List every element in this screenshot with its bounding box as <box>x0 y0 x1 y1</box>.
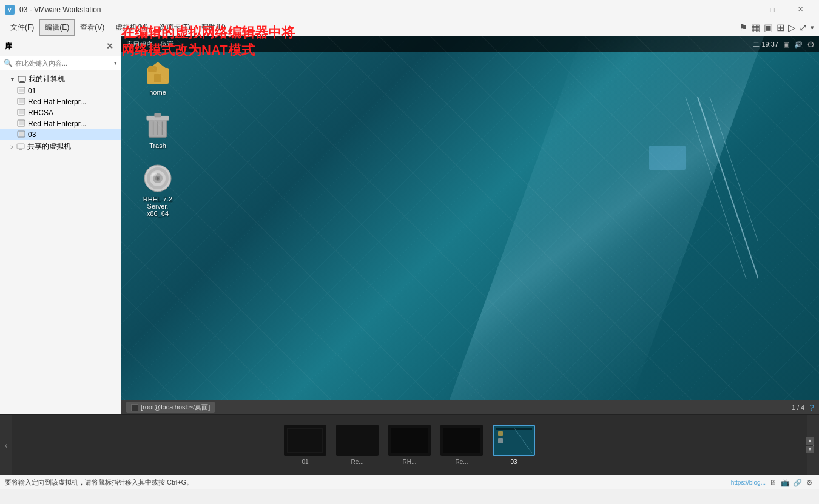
gnome-time: 二 19:37 <box>753 40 778 49</box>
gnome-speaker-icon: 🔊 <box>794 41 803 49</box>
sidebar-search[interactable]: 🔍 ▾ <box>0 56 121 70</box>
minimize-button[interactable]: ─ <box>730 0 758 19</box>
menu-bar: 文件(F) 编辑(E) 查看(V) 虚拟机(M) 选项卡(T) 帮助(H) 在编… <box>0 19 819 36</box>
status-icon-monitor2[interactable]: 📺 <box>780 478 790 488</box>
svg-rect-3 <box>20 81 24 82</box>
vm-terminal-tab[interactable]: [root@localhost:~/桌面] <box>126 402 215 413</box>
menu-tabs[interactable]: 选项卡(T) <box>153 19 195 36</box>
desktop-icon-rhel[interactable]: RHEL-7.2 Server. x86_64 <box>133 161 182 220</box>
svg-rect-8 <box>19 99 24 103</box>
thumbnails-container: 01 Re... RH... <box>12 425 807 465</box>
menu-edit[interactable]: 编辑(E) <box>39 19 75 36</box>
svg-line-38 <box>710 97 758 279</box>
toolbar-icon-4[interactable]: ⊞ <box>777 22 784 33</box>
thumb-img-03 <box>493 425 535 456</box>
thumb-img-rh <box>388 425 431 456</box>
gnome-places-menu[interactable]: 位置 <box>160 40 174 49</box>
window-controls: ─ □ ✕ <box>730 0 814 19</box>
desktop-icon-home[interactable]: home <box>133 55 182 98</box>
shared-icon <box>16 143 25 151</box>
thumbnail-re2[interactable]: Re... <box>440 425 483 465</box>
menu-file[interactable]: 文件(F) <box>5 19 39 36</box>
svg-rect-6 <box>19 89 24 92</box>
sidebar-item-03[interactable]: 03 <box>0 129 121 140</box>
sidebar-label-01: 01 <box>28 87 36 95</box>
sidebar: 库 ✕ 🔍 ▾ ▼ 我的计算机 <box>0 36 121 414</box>
svg-rect-19 <box>148 66 157 72</box>
status-bar: 要将输入定向到该虚拟机，请将鼠标指针移入其中或按 Ctrl+G。 https:/… <box>0 475 819 489</box>
thumb-nav-left[interactable]: ‹ <box>0 415 12 475</box>
menu-help[interactable]: 帮助(H) <box>196 19 232 36</box>
sidebar-item-redhat2[interactable]: Red Hat Enterpr... <box>0 118 121 129</box>
expand-icon-shared: ▷ <box>10 144 14 150</box>
thumb-label-03: 03 <box>510 459 517 465</box>
gnome-panel: 应用程序 位置 二 19:37 ▣ 🔊 ⏻ <box>121 36 819 52</box>
thumb-scroll-down[interactable]: ▼ <box>806 446 814 453</box>
toolbar-icon-5[interactable]: ▷ <box>788 22 795 33</box>
svg-rect-49 <box>498 438 503 443</box>
home-icon-label: home <box>149 89 166 96</box>
svg-rect-16 <box>19 149 22 150</box>
vm-help-icon[interactable]: ? <box>809 403 814 412</box>
search-icon: 🔍 <box>4 59 13 67</box>
svg-rect-36 <box>121 36 819 400</box>
svg-rect-24 <box>154 113 161 117</box>
computer-icon <box>18 75 26 84</box>
gnome-panel-right: 二 19:37 ▣ 🔊 ⏻ <box>753 40 814 49</box>
svg-rect-43 <box>339 428 376 453</box>
sidebar-item-shared[interactable]: ▷ 共享的虚拟机 <box>0 140 121 153</box>
gnome-apps-menu[interactable]: 应用程序 <box>126 40 153 49</box>
toolbar-icon-1[interactable]: ⚑ <box>739 22 747 33</box>
gnome-power-icon: ⏻ <box>807 41 814 48</box>
thumbnail-re1[interactable]: Re... <box>336 425 379 465</box>
search-dropdown-arrow[interactable]: ▾ <box>114 60 117 66</box>
svg-text:V: V <box>8 7 12 13</box>
sidebar-label-redhat2: Red Hat Enterpr... <box>28 119 86 128</box>
sidebar-label-mycomputer: 我的计算机 <box>29 74 65 84</box>
thumbnail-bar: ‹ 01 Re... <box>0 414 819 475</box>
vm-terminal-label: [root@localhost:~/桌面] <box>141 403 210 412</box>
status-icon-monitor1[interactable]: 🖥 <box>768 478 778 488</box>
svg-rect-44 <box>391 428 428 453</box>
sidebar-item-mycomputer[interactable]: ▼ 我的计算机 <box>0 73 121 86</box>
close-button[interactable]: ✕ <box>786 0 814 19</box>
trash-bin-icon <box>143 110 172 139</box>
svg-rect-14 <box>19 132 24 136</box>
status-right: https://blog... 🖥 📺 🔗 ⚙ <box>731 478 814 488</box>
blog-url: https://blog... <box>731 479 766 486</box>
toolbar-icon-6[interactable]: ⤢ <box>799 22 807 33</box>
sidebar-item-01[interactable]: 01 <box>0 86 121 96</box>
svg-rect-45 <box>443 428 480 453</box>
toolbar-dropdown[interactable]: ▾ <box>811 24 814 32</box>
vm-bottom-bar: [root@localhost:~/桌面] 1 / 4 ? <box>121 400 819 414</box>
sidebar-tree: ▼ 我的计算机 01 <box>0 70 121 414</box>
status-icon-settings[interactable]: ⚙ <box>804 478 814 488</box>
svg-rect-42 <box>288 429 322 452</box>
status-message: 要将输入定向到该虚拟机，请将鼠标指针移入其中或按 Ctrl+G。 <box>5 478 193 487</box>
terminal-icon <box>131 404 138 411</box>
vm-icon-3 <box>17 109 25 117</box>
sidebar-item-rhcsa[interactable]: RHCSA <box>0 107 121 118</box>
vmware-icon: V <box>5 5 15 15</box>
thumbnail-01[interactable]: 01 <box>284 425 326 465</box>
thumbnail-rh[interactable]: RH... <box>388 425 431 465</box>
desktop-icon-trash[interactable]: Trash <box>133 108 182 152</box>
thumb-label-re1: Re... <box>351 459 363 465</box>
status-icon-network[interactable]: 🔗 <box>792 478 802 488</box>
search-input[interactable] <box>15 59 112 67</box>
sidebar-label-03: 03 <box>28 130 36 139</box>
svg-rect-20 <box>154 74 161 82</box>
gnome-panel-left: 应用程序 位置 <box>126 40 174 49</box>
sidebar-close-button[interactable]: ✕ <box>104 40 116 52</box>
menu-view[interactable]: 查看(V) <box>75 19 110 36</box>
thumb-scroll-up[interactable]: ▲ <box>806 437 814 445</box>
vm-screen[interactable]: 应用程序 位置 二 19:37 ▣ 🔊 ⏻ <box>121 36 819 400</box>
menu-vm[interactable]: 虚拟机(M) <box>110 19 153 36</box>
bg-pattern <box>121 36 819 400</box>
toolbar-icon-2[interactable]: ▦ <box>751 22 760 33</box>
maximize-button[interactable]: □ <box>758 0 786 19</box>
sidebar-item-redhat1[interactable]: Red Hat Enterpr... <box>0 96 121 107</box>
svg-line-39 <box>686 97 746 279</box>
thumbnail-03[interactable]: 03 <box>493 425 535 465</box>
toolbar-icon-3[interactable]: ▣ <box>764 22 773 33</box>
